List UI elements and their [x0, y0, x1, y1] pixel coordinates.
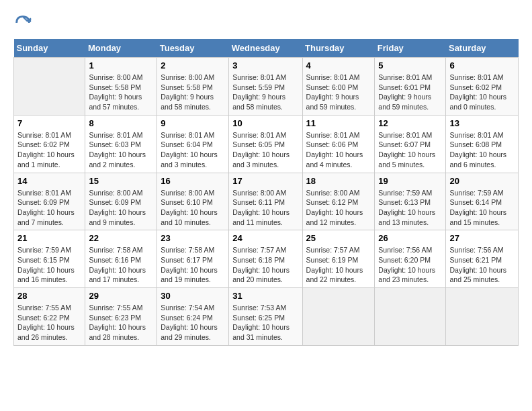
calendar-cell: 12Sunrise: 8:01 AMSunset: 6:07 PMDayligh… — [375, 115, 446, 173]
column-header-tuesday: Tuesday — [157, 39, 229, 58]
calendar-cell: 27Sunrise: 7:56 AMSunset: 6:21 PMDayligh… — [446, 230, 519, 288]
day-number: 13 — [449, 118, 515, 128]
day-info: Sunrise: 8:01 AMSunset: 6:09 PMDaylight:… — [17, 188, 81, 228]
day-info: Sunrise: 7:59 AMSunset: 6:13 PMDaylight:… — [378, 188, 442, 228]
day-number: 7 — [17, 118, 81, 128]
calendar-cell: 17Sunrise: 8:00 AMSunset: 6:11 PMDayligh… — [229, 173, 302, 230]
day-number: 6 — [449, 60, 515, 71]
calendar-cell: 15Sunrise: 8:00 AMSunset: 6:09 PMDayligh… — [85, 173, 157, 230]
day-number: 20 — [449, 176, 515, 186]
day-number: 9 — [161, 118, 225, 128]
calendar-cell: 29Sunrise: 7:55 AMSunset: 6:23 PMDayligh… — [85, 288, 157, 346]
day-number: 26 — [378, 233, 442, 243]
calendar-cell: 19Sunrise: 7:59 AMSunset: 6:13 PMDayligh… — [375, 173, 446, 230]
day-info: Sunrise: 8:01 AMSunset: 6:06 PMDaylight:… — [306, 130, 371, 170]
day-info: Sunrise: 7:59 AMSunset: 6:15 PMDaylight:… — [17, 245, 81, 285]
calendar-table: SundayMondayTuesdayWednesdayThursdayFrid… — [13, 39, 519, 346]
day-number: 21 — [17, 233, 81, 243]
calendar-cell: 10Sunrise: 8:01 AMSunset: 6:05 PMDayligh… — [229, 115, 302, 173]
logo — [13, 13, 35, 32]
calendar-cell: 30Sunrise: 7:54 AMSunset: 6:24 PMDayligh… — [157, 288, 229, 346]
column-header-monday: Monday — [85, 39, 157, 58]
calendar-cell — [375, 288, 446, 346]
day-info: Sunrise: 8:00 AMSunset: 5:58 PMDaylight:… — [89, 73, 153, 112]
calendar-header-row: SundayMondayTuesdayWednesdayThursdayFrid… — [14, 39, 519, 58]
day-number: 19 — [378, 176, 442, 186]
day-info: Sunrise: 7:53 AMSunset: 6:25 PMDaylight:… — [232, 303, 298, 342]
calendar-week-row: 14Sunrise: 8:01 AMSunset: 6:09 PMDayligh… — [14, 173, 519, 230]
day-info: Sunrise: 7:57 AMSunset: 6:19 PMDaylight:… — [306, 245, 371, 285]
day-info: Sunrise: 7:55 AMSunset: 6:23 PMDaylight:… — [89, 303, 153, 342]
page-header — [13, 13, 519, 32]
day-info: Sunrise: 7:57 AMSunset: 6:18 PMDaylight:… — [232, 245, 298, 285]
calendar-cell — [302, 288, 375, 346]
day-info: Sunrise: 8:00 AMSunset: 6:11 PMDaylight:… — [232, 188, 298, 228]
calendar-cell: 1Sunrise: 8:00 AMSunset: 5:58 PMDaylight… — [85, 58, 157, 116]
calendar-cell: 23Sunrise: 7:58 AMSunset: 6:17 PMDayligh… — [157, 230, 229, 288]
day-info: Sunrise: 8:01 AMSunset: 6:08 PMDaylight:… — [449, 130, 515, 170]
calendar-cell: 4Sunrise: 8:01 AMSunset: 6:00 PMDaylight… — [302, 58, 375, 116]
column-header-wednesday: Wednesday — [229, 39, 302, 58]
day-info: Sunrise: 8:01 AMSunset: 6:01 PMDaylight:… — [378, 73, 442, 112]
day-info: Sunrise: 8:01 AMSunset: 6:04 PMDaylight:… — [161, 130, 225, 170]
day-info: Sunrise: 8:00 AMSunset: 6:12 PMDaylight:… — [306, 188, 371, 228]
calendar-cell — [446, 288, 519, 346]
calendar-week-row: 1Sunrise: 8:00 AMSunset: 5:58 PMDaylight… — [14, 58, 519, 116]
calendar-cell — [14, 58, 85, 116]
column-header-friday: Friday — [375, 39, 446, 58]
calendar-cell: 31Sunrise: 7:53 AMSunset: 6:25 PMDayligh… — [229, 288, 302, 346]
day-number: 29 — [89, 291, 153, 301]
day-info: Sunrise: 8:01 AMSunset: 6:07 PMDaylight:… — [378, 130, 442, 170]
day-info: Sunrise: 8:00 AMSunset: 5:58 PMDaylight:… — [161, 73, 225, 112]
column-header-thursday: Thursday — [302, 39, 375, 58]
column-header-saturday: Saturday — [446, 39, 519, 58]
calendar-cell: 9Sunrise: 8:01 AMSunset: 6:04 PMDaylight… — [157, 115, 229, 173]
column-header-sunday: Sunday — [14, 39, 85, 58]
day-info: Sunrise: 7:54 AMSunset: 6:24 PMDaylight:… — [161, 303, 225, 342]
calendar-week-row: 7Sunrise: 8:01 AMSunset: 6:02 PMDaylight… — [14, 115, 519, 173]
day-number: 23 — [161, 233, 225, 243]
calendar-cell: 18Sunrise: 8:00 AMSunset: 6:12 PMDayligh… — [302, 173, 375, 230]
calendar-cell: 28Sunrise: 7:55 AMSunset: 6:22 PMDayligh… — [14, 288, 85, 346]
day-info: Sunrise: 7:58 AMSunset: 6:16 PMDaylight:… — [89, 245, 153, 285]
day-number: 5 — [378, 60, 442, 71]
calendar-week-row: 21Sunrise: 7:59 AMSunset: 6:15 PMDayligh… — [14, 230, 519, 288]
calendar-cell: 16Sunrise: 8:00 AMSunset: 6:10 PMDayligh… — [157, 173, 229, 230]
day-number: 17 — [232, 176, 298, 186]
day-info: Sunrise: 7:58 AMSunset: 6:17 PMDaylight:… — [161, 245, 225, 285]
day-number: 30 — [161, 291, 225, 301]
day-number: 1 — [89, 60, 153, 71]
day-number: 14 — [17, 176, 81, 186]
day-number: 24 — [232, 233, 298, 243]
day-info: Sunrise: 8:01 AMSunset: 6:02 PMDaylight:… — [449, 73, 515, 112]
day-number: 8 — [89, 118, 153, 128]
day-info: Sunrise: 8:01 AMSunset: 6:00 PMDaylight:… — [306, 73, 371, 112]
day-info: Sunrise: 8:00 AMSunset: 6:09 PMDaylight:… — [89, 188, 153, 228]
day-number: 16 — [161, 176, 225, 186]
day-number: 31 — [232, 291, 298, 301]
calendar-cell: 24Sunrise: 7:57 AMSunset: 6:18 PMDayligh… — [229, 230, 302, 288]
day-number: 2 — [161, 60, 225, 71]
calendar-cell: 11Sunrise: 8:01 AMSunset: 6:06 PMDayligh… — [302, 115, 375, 173]
day-number: 10 — [232, 118, 298, 128]
day-number: 22 — [89, 233, 153, 243]
calendar-cell: 22Sunrise: 7:58 AMSunset: 6:16 PMDayligh… — [85, 230, 157, 288]
day-number: 28 — [17, 291, 81, 301]
day-info: Sunrise: 7:56 AMSunset: 6:20 PMDaylight:… — [378, 245, 442, 285]
day-info: Sunrise: 8:01 AMSunset: 5:59 PMDaylight:… — [232, 73, 298, 112]
day-number: 27 — [449, 233, 515, 243]
day-number: 11 — [306, 118, 371, 128]
day-number: 4 — [306, 60, 371, 71]
day-number: 15 — [89, 176, 153, 186]
calendar-cell: 7Sunrise: 8:01 AMSunset: 6:02 PMDaylight… — [14, 115, 85, 173]
calendar-cell: 14Sunrise: 8:01 AMSunset: 6:09 PMDayligh… — [14, 173, 85, 230]
calendar-cell: 5Sunrise: 8:01 AMSunset: 6:01 PMDaylight… — [375, 58, 446, 116]
day-number: 18 — [306, 176, 371, 186]
day-info: Sunrise: 8:01 AMSunset: 6:03 PMDaylight:… — [89, 130, 153, 170]
calendar-cell: 13Sunrise: 8:01 AMSunset: 6:08 PMDayligh… — [446, 115, 519, 173]
calendar-cell: 3Sunrise: 8:01 AMSunset: 5:59 PMDaylight… — [229, 58, 302, 116]
day-info: Sunrise: 8:01 AMSunset: 6:02 PMDaylight:… — [17, 130, 81, 170]
day-number: 25 — [306, 233, 371, 243]
calendar-cell: 25Sunrise: 7:57 AMSunset: 6:19 PMDayligh… — [302, 230, 375, 288]
calendar-cell: 21Sunrise: 7:59 AMSunset: 6:15 PMDayligh… — [14, 230, 85, 288]
